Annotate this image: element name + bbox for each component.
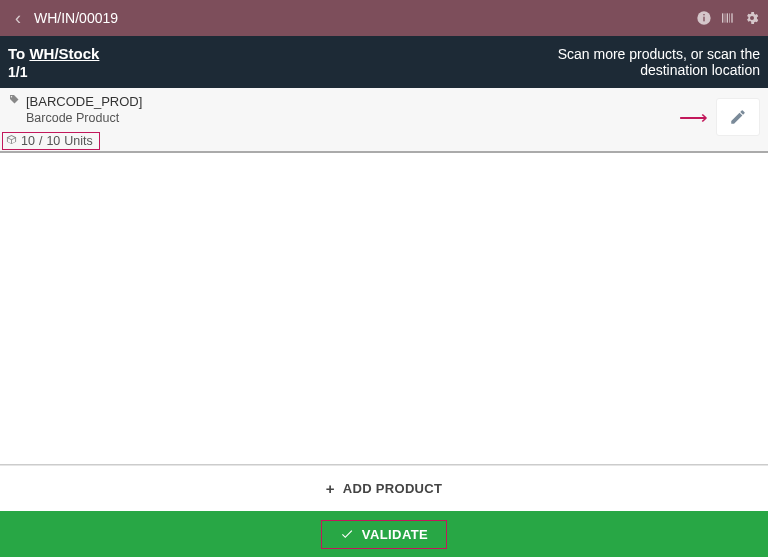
qty-uom: Units [64,134,92,148]
product-line[interactable]: [BARCODE_PROD] Barcode Product 10 / 10 U… [0,88,768,153]
sub-bar: To WH/Stock 1/1 Scan more products, or s… [0,36,768,88]
top-bar: ‹ WH/IN/00019 [0,0,768,36]
tag-icon [8,94,20,109]
info-icon[interactable] [696,10,712,26]
edit-line-button[interactable] [716,98,760,136]
product-reference: [BARCODE_PROD] [26,94,142,109]
check-icon [340,527,354,541]
pencil-icon [729,108,747,126]
svg-rect-3 [722,13,723,22]
validate-bar: VALIDATE [0,511,768,557]
lines-scroll-area[interactable]: [BARCODE_PROD] Barcode Product 10 / 10 U… [0,88,768,465]
quantity-box: 10 / 10 Units [2,132,100,150]
line-count: 1/1 [8,64,99,80]
svg-rect-7 [731,13,732,22]
barcode-icon[interactable] [720,10,736,26]
destination-location[interactable]: WH/Stock [29,45,99,62]
svg-rect-4 [725,13,726,22]
validate-label: VALIDATE [362,527,428,542]
plus-icon: + [326,480,335,497]
validate-button[interactable]: VALIDATE [321,520,447,549]
scan-hint: Scan more products, or scan the destinat… [500,46,760,78]
destination-line: To WH/Stock [8,45,99,62]
add-product-label: ADD PRODUCT [343,481,442,496]
gear-icon[interactable] [744,10,760,26]
transfer-title: WH/IN/00019 [34,10,118,26]
product-name: Barcode Product [26,111,760,125]
qty-done: 10 [21,134,35,148]
back-button[interactable]: ‹ [8,8,28,29]
svg-rect-2 [703,14,704,15]
svg-rect-6 [729,13,730,22]
qty-separator: / [39,134,42,148]
svg-rect-1 [703,17,704,22]
qty-demand: 10 [46,134,60,148]
package-icon [6,134,17,148]
to-label: To [8,45,29,62]
svg-rect-5 [727,13,728,22]
add-product-button[interactable]: + ADD PRODUCT [0,465,768,511]
arrow-right-icon: ⟶ [679,105,706,129]
